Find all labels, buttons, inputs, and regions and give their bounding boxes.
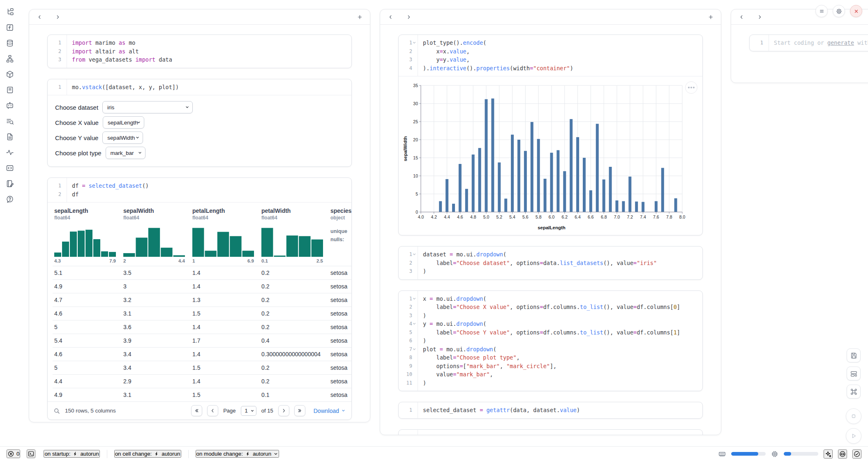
table-row[interactable]: 4.931.40.2setosa bbox=[53, 280, 351, 293]
table-cell: 0.2 bbox=[260, 280, 329, 293]
connection-status-button[interactable] bbox=[852, 449, 861, 459]
chart-menu-button[interactable] bbox=[685, 81, 697, 94]
table-row[interactable]: 5.43.91.70.4setosa bbox=[53, 334, 351, 348]
scratchpad-icon bbox=[6, 180, 14, 188]
sidebar-dependency-graph-button[interactable] bbox=[4, 53, 16, 65]
run-config-value: autorun bbox=[80, 451, 99, 457]
snippets-icon bbox=[6, 117, 14, 125]
first-page-button[interactable] bbox=[191, 405, 202, 416]
sepal-bar-chart[interactable]: 4.04.24.44.64.85.05.25.45.65.86.06.26.46… bbox=[402, 81, 688, 232]
fold-chevron-icon[interactable] bbox=[412, 297, 416, 300]
keyboard-shortcuts-button[interactable] bbox=[847, 385, 861, 399]
code-editor[interactable]: 1Start coding or generate with AI bbox=[750, 35, 868, 51]
sidebar-scratchpad-button[interactable] bbox=[4, 177, 16, 190]
fold-chevron-icon[interactable] bbox=[412, 253, 416, 256]
column-header-species[interactable]: speciesobjectuniquenulls: bbox=[329, 203, 351, 266]
column-back-button[interactable] bbox=[387, 13, 394, 21]
settings-button[interactable] bbox=[833, 5, 845, 17]
errors-button[interactable]: 0 bbox=[7, 449, 20, 458]
sidebar-variables-button[interactable] bbox=[4, 21, 16, 34]
page-select[interactable]: 1 bbox=[241, 406, 256, 416]
close-button[interactable] bbox=[850, 5, 862, 17]
add-cell-button[interactable] bbox=[707, 13, 714, 21]
stop-button[interactable] bbox=[846, 408, 861, 424]
column-header-petalWidth[interactable]: petalWidthfloat640.12.5 bbox=[260, 203, 329, 266]
previous-page-button[interactable] bbox=[207, 405, 218, 416]
table-row[interactable]: 4.73.21.30.2setosa bbox=[53, 293, 351, 307]
sidebar-tracing-button[interactable] bbox=[4, 146, 16, 159]
run-button[interactable] bbox=[846, 428, 861, 444]
layout-button[interactable] bbox=[847, 366, 861, 380]
code-editor[interactable]: 1import marimo as mo2import altair as al… bbox=[48, 35, 351, 68]
add-cell-button[interactable] bbox=[356, 13, 363, 21]
chevron-left-icon bbox=[210, 408, 215, 413]
column-forward-button[interactable] bbox=[405, 13, 412, 21]
table-cell: setosa bbox=[329, 375, 351, 388]
column-back-button[interactable] bbox=[36, 13, 43, 21]
table-row[interactable]: 4.93.11.50.1setosa bbox=[53, 388, 351, 402]
code-editor[interactable]: 1dataset = mo.ui.dropdown(2 label="Choos… bbox=[399, 247, 702, 279]
code-editor[interactable]: 1plot_type = getattr(alt.Chart(df), plot… bbox=[399, 430, 702, 436]
table-row[interactable]: 4.63.41.40.30000000000000004setosa bbox=[53, 348, 351, 361]
sidebar-help-button[interactable] bbox=[4, 193, 16, 205]
search-icon[interactable] bbox=[53, 408, 60, 414]
sidebar-outline-button[interactable] bbox=[4, 162, 16, 174]
sidebar-packages-button[interactable] bbox=[4, 68, 16, 81]
code-line: 4y = mo.ui.dropdown( bbox=[399, 320, 702, 328]
code-editor[interactable]: 1mo.vstack([dataset, x, y, plot]) bbox=[48, 79, 351, 95]
run-config-3[interactable]: on module change:autorun bbox=[196, 450, 279, 458]
terminal-button[interactable] bbox=[27, 449, 35, 458]
dropdown-select-iris[interactable]: iris bbox=[102, 101, 193, 113]
table-row[interactable]: 53.41.50.2setosa bbox=[53, 361, 351, 375]
ai-assist-button[interactable] bbox=[824, 449, 833, 459]
fold-chevron-icon[interactable] bbox=[412, 41, 416, 44]
chevron-right-icon bbox=[757, 14, 762, 20]
code-text: label="Choose plot type", bbox=[418, 354, 520, 361]
copilot-button[interactable] bbox=[838, 449, 847, 459]
code-text: value="mark_bar", bbox=[418, 371, 493, 378]
code-editor[interactable]: 1selected_dataset = getattr(data, datase… bbox=[399, 402, 702, 418]
sidebar-file-explorer-button[interactable] bbox=[4, 6, 16, 18]
run-config-1[interactable]: on startup:autorun bbox=[44, 450, 99, 458]
menu-button[interactable] bbox=[815, 5, 828, 17]
sidebar-documentation-button[interactable] bbox=[4, 131, 16, 143]
table-row[interactable]: 4.63.11.50.2setosa bbox=[53, 307, 351, 320]
column-header-sepalWidth[interactable]: sepalWidthfloat6424.4 bbox=[122, 203, 191, 266]
generate-with-ai-link[interactable]: generate bbox=[827, 39, 854, 46]
table-cell: 3.4 bbox=[122, 361, 191, 375]
column-forward-button[interactable] bbox=[756, 13, 763, 21]
last-page-button[interactable] bbox=[294, 405, 305, 416]
code-editor[interactable]: 1x = mo.ui.dropdown(2 label="Choose X va… bbox=[399, 291, 702, 391]
code-editor[interactable]: 1plot_type().encode(2 x=x.value,3 y=y.va… bbox=[399, 35, 702, 76]
table-cell: 1.3 bbox=[191, 293, 260, 307]
dropdown-select-sepalLength[interactable]: sepalLength bbox=[103, 116, 144, 129]
run-config-label: on module change: bbox=[196, 451, 243, 457]
sidebar-datasources-button[interactable] bbox=[4, 37, 16, 49]
fold-chevron-icon[interactable] bbox=[412, 348, 416, 351]
table-cell: 0.2 bbox=[260, 375, 329, 388]
table-scroll-area[interactable]: sepalLengthfloat644.37.9sepalWidthfloat6… bbox=[48, 203, 351, 401]
svg-text:6.8: 6.8 bbox=[601, 214, 607, 219]
dropdown-select-mark_bar[interactable]: mark_bar bbox=[106, 147, 145, 159]
column-back-button[interactable] bbox=[738, 13, 745, 21]
sidebar-ai-chat-button[interactable] bbox=[4, 99, 16, 112]
code-text: label="Choose dataset", options=data.lis… bbox=[418, 260, 657, 266]
svg-text:5.8: 5.8 bbox=[536, 214, 542, 219]
sidebar-snippets-button[interactable] bbox=[4, 115, 16, 127]
dropdown-select-sepalWidth[interactable]: sepalWidth bbox=[102, 131, 143, 144]
code-editor[interactable]: 1df = selected_dataset()2df bbox=[48, 178, 351, 202]
table-row[interactable]: 4.42.91.40.2setosa bbox=[53, 375, 351, 388]
fold-chevron-icon[interactable] bbox=[412, 322, 416, 325]
column-header-petalLength[interactable]: petalLengthfloat6416.9 bbox=[191, 203, 260, 266]
sidebar-logs-button[interactable] bbox=[4, 84, 16, 96]
column-header-sepalLength[interactable]: sepalLengthfloat644.37.9 bbox=[53, 203, 122, 266]
notebook-column-1: 1import marimo as mo2import altair as al… bbox=[29, 9, 370, 422]
column-forward-button[interactable] bbox=[54, 13, 61, 21]
next-page-button[interactable] bbox=[278, 405, 289, 416]
save-button[interactable] bbox=[847, 348, 861, 362]
chevrons-right-icon bbox=[297, 408, 302, 413]
run-config-2[interactable]: on cell change:autorun bbox=[114, 450, 181, 458]
table-row[interactable]: 5.13.51.40.2setosa bbox=[53, 266, 351, 280]
table-row[interactable]: 53.61.40.2setosa bbox=[53, 320, 351, 334]
download-button[interactable]: Download bbox=[314, 408, 346, 414]
